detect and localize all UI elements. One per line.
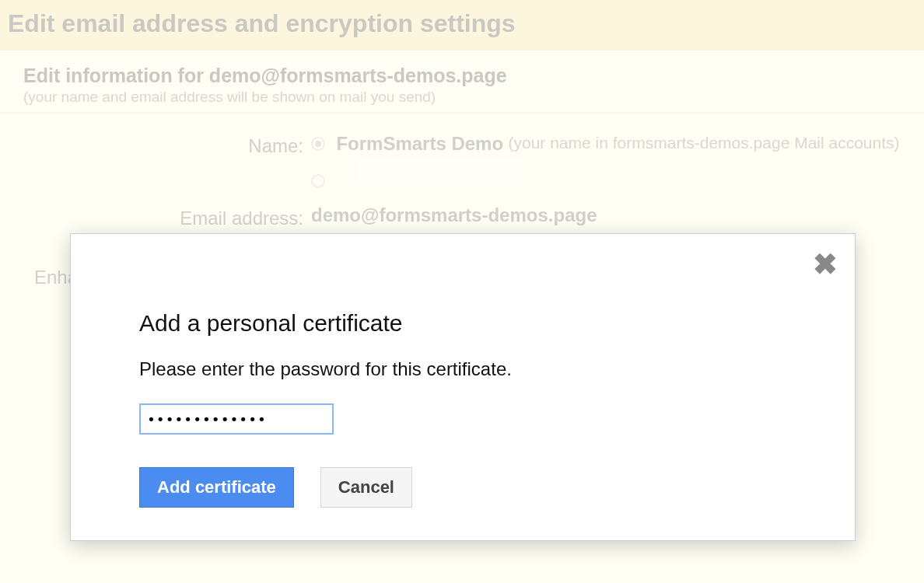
- cancel-button[interactable]: Cancel: [320, 467, 412, 508]
- modal-buttons: Add certificate Cancel: [139, 467, 786, 508]
- modal-text: Please enter the password for this certi…: [139, 358, 786, 380]
- name-value-block: FormSmarts Demo (your name in formsmarts…: [311, 132, 908, 190]
- close-icon[interactable]: ✖: [813, 250, 838, 279]
- modal-title: Add a personal certificate: [139, 310, 786, 337]
- name-radio-custom[interactable]: [311, 174, 325, 188]
- name-hint: (your name in formsmarts-demos.page Mail…: [509, 134, 900, 152]
- subheader-note: (your name and email address will be sho…: [23, 89, 901, 106]
- name-row: Name: FormSmarts Demo (your name in form…: [16, 132, 908, 190]
- custom-name-input[interactable]: [359, 159, 523, 186]
- email-value: demo@formsmarts-demos.page: [311, 204, 597, 225]
- header-bar: Edit email address and encryption settin…: [0, 0, 924, 51]
- name-value: FormSmarts Demo: [336, 133, 503, 154]
- name-label: Name:: [16, 132, 311, 157]
- name-radio-selected[interactable]: [311, 137, 325, 151]
- email-value-block: demo@formsmarts-demos.page: [311, 204, 908, 226]
- subheader: Edit information for demo@formsmarts-dem…: [0, 51, 924, 113]
- email-label: Email address:: [16, 204, 311, 229]
- page-root: Edit email address and encryption settin…: [0, 0, 924, 583]
- subheader-main: Edit information for demo@formsmarts-dem…: [23, 65, 901, 87]
- modal-body: Add a personal certificate Please enter …: [71, 310, 855, 508]
- add-certificate-modal: ✖ Add a personal certificate Please ente…: [70, 233, 856, 541]
- page-title: Edit email address and encryption settin…: [8, 9, 916, 38]
- email-row: Email address: demo@formsmarts-demos.pag…: [16, 204, 908, 229]
- add-certificate-button[interactable]: Add certificate: [139, 467, 294, 508]
- certificate-password-input[interactable]: [139, 403, 334, 435]
